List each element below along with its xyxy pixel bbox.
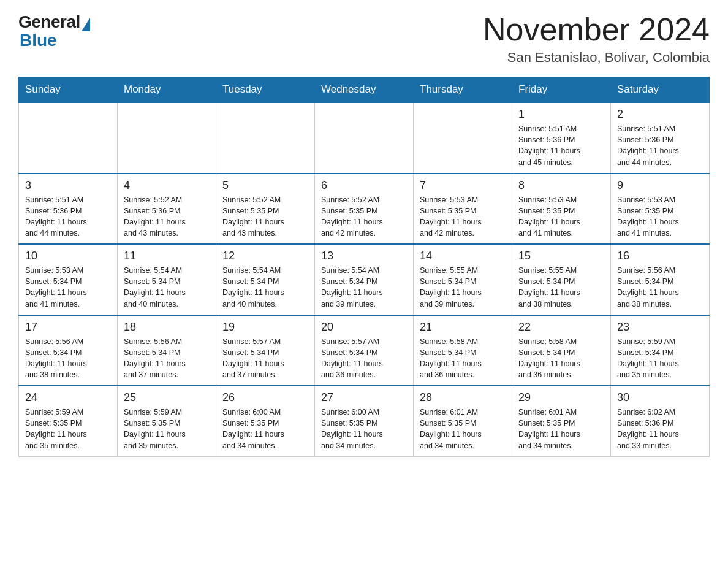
- logo-general-text: General: [18, 12, 80, 32]
- weekday-header-row: SundayMondayTuesdayWednesdayThursdayFrid…: [19, 77, 710, 103]
- weekday-header-wednesday: Wednesday: [315, 77, 414, 103]
- week-row-1: 1Sunrise: 5:51 AM Sunset: 5:36 PM Daylig…: [19, 102, 710, 174]
- calendar-cell: [19, 102, 118, 174]
- logo: General Blue: [18, 12, 90, 50]
- day-info: Sunrise: 5:54 AM Sunset: 5:34 PM Dayligh…: [124, 265, 210, 310]
- day-number: 27: [321, 391, 407, 404]
- day-info: Sunrise: 6:01 AM Sunset: 5:35 PM Dayligh…: [420, 407, 506, 451]
- calendar-cell: 7Sunrise: 5:53 AM Sunset: 5:35 PM Daylig…: [414, 174, 512, 245]
- weekday-header-saturday: Saturday: [611, 77, 710, 103]
- weekday-header-friday: Friday: [512, 77, 611, 103]
- calendar-cell: 3Sunrise: 5:51 AM Sunset: 5:36 PM Daylig…: [19, 174, 118, 245]
- day-number: 23: [617, 321, 703, 334]
- calendar-cell: 2Sunrise: 5:51 AM Sunset: 5:36 PM Daylig…: [611, 102, 710, 174]
- day-number: 3: [25, 179, 111, 192]
- day-number: 24: [25, 391, 111, 404]
- day-info: Sunrise: 5:58 AM Sunset: 5:34 PM Dayligh…: [518, 336, 604, 381]
- day-number: 29: [518, 391, 604, 404]
- day-number: 11: [124, 250, 210, 262]
- day-info: Sunrise: 5:57 AM Sunset: 5:34 PM Dayligh…: [321, 336, 407, 381]
- calendar-cell: 15Sunrise: 5:55 AM Sunset: 5:34 PM Dayli…: [512, 244, 611, 315]
- calendar-cell: 10Sunrise: 5:53 AM Sunset: 5:34 PM Dayli…: [19, 244, 118, 315]
- day-number: 19: [222, 321, 308, 334]
- day-number: 2: [617, 108, 703, 121]
- calendar-cell: 12Sunrise: 5:54 AM Sunset: 5:34 PM Dayli…: [216, 244, 315, 315]
- day-number: 22: [518, 321, 604, 334]
- day-number: 1: [518, 108, 604, 121]
- week-row-2: 3Sunrise: 5:51 AM Sunset: 5:36 PM Daylig…: [19, 174, 710, 245]
- calendar-cell: [118, 102, 216, 174]
- day-number: 18: [124, 321, 210, 334]
- calendar-cell: 17Sunrise: 5:56 AM Sunset: 5:34 PM Dayli…: [19, 315, 118, 386]
- calendar-cell: 20Sunrise: 5:57 AM Sunset: 5:34 PM Dayli…: [315, 315, 414, 386]
- calendar-cell: 30Sunrise: 6:02 AM Sunset: 5:36 PM Dayli…: [611, 386, 710, 456]
- day-number: 25: [124, 391, 210, 404]
- weekday-header-thursday: Thursday: [414, 77, 512, 103]
- day-number: 16: [617, 250, 703, 262]
- day-number: 4: [124, 179, 210, 192]
- day-info: Sunrise: 5:53 AM Sunset: 5:35 PM Dayligh…: [420, 194, 506, 239]
- month-title: November 2024: [483, 12, 710, 47]
- calendar-cell: 28Sunrise: 6:01 AM Sunset: 5:35 PM Dayli…: [414, 386, 512, 456]
- calendar-cell: 6Sunrise: 5:52 AM Sunset: 5:35 PM Daylig…: [315, 174, 414, 245]
- calendar-cell: 27Sunrise: 6:00 AM Sunset: 5:35 PM Dayli…: [315, 386, 414, 456]
- day-info: Sunrise: 5:51 AM Sunset: 5:36 PM Dayligh…: [25, 194, 111, 239]
- day-info: Sunrise: 5:53 AM Sunset: 5:35 PM Dayligh…: [518, 194, 604, 239]
- calendar-cell: 8Sunrise: 5:53 AM Sunset: 5:35 PM Daylig…: [512, 174, 611, 245]
- calendar-cell: [414, 102, 512, 174]
- day-info: Sunrise: 6:01 AM Sunset: 5:35 PM Dayligh…: [518, 407, 604, 451]
- day-info: Sunrise: 5:59 AM Sunset: 5:35 PM Dayligh…: [25, 407, 111, 451]
- day-info: Sunrise: 5:52 AM Sunset: 5:36 PM Dayligh…: [124, 194, 210, 239]
- calendar-cell: 4Sunrise: 5:52 AM Sunset: 5:36 PM Daylig…: [118, 174, 216, 245]
- day-info: Sunrise: 5:54 AM Sunset: 5:34 PM Dayligh…: [321, 265, 407, 310]
- weekday-header-tuesday: Tuesday: [216, 77, 315, 103]
- day-number: 10: [25, 250, 111, 262]
- day-info: Sunrise: 5:58 AM Sunset: 5:34 PM Dayligh…: [420, 336, 506, 381]
- day-info: Sunrise: 6:00 AM Sunset: 5:35 PM Dayligh…: [321, 407, 407, 451]
- calendar-cell: 19Sunrise: 5:57 AM Sunset: 5:34 PM Dayli…: [216, 315, 315, 386]
- day-info: Sunrise: 5:55 AM Sunset: 5:34 PM Dayligh…: [420, 265, 506, 310]
- day-info: Sunrise: 6:00 AM Sunset: 5:35 PM Dayligh…: [222, 407, 308, 451]
- calendar-cell: 25Sunrise: 5:59 AM Sunset: 5:35 PM Dayli…: [118, 386, 216, 456]
- header: General Blue November 2024 San Estanisla…: [18, 12, 710, 66]
- day-info: Sunrise: 5:51 AM Sunset: 5:36 PM Dayligh…: [617, 123, 703, 168]
- day-info: Sunrise: 5:53 AM Sunset: 5:34 PM Dayligh…: [25, 265, 111, 310]
- calendar-table: SundayMondayTuesdayWednesdayThursdayFrid…: [18, 77, 710, 457]
- calendar-cell: 21Sunrise: 5:58 AM Sunset: 5:34 PM Dayli…: [414, 315, 512, 386]
- day-info: Sunrise: 5:56 AM Sunset: 5:34 PM Dayligh…: [617, 265, 703, 310]
- calendar-cell: 9Sunrise: 5:53 AM Sunset: 5:35 PM Daylig…: [611, 174, 710, 245]
- calendar-cell: 13Sunrise: 5:54 AM Sunset: 5:34 PM Dayli…: [315, 244, 414, 315]
- day-info: Sunrise: 6:02 AM Sunset: 5:36 PM Dayligh…: [617, 407, 703, 451]
- day-number: 8: [518, 179, 604, 192]
- calendar-cell: 5Sunrise: 5:52 AM Sunset: 5:35 PM Daylig…: [216, 174, 315, 245]
- day-info: Sunrise: 5:57 AM Sunset: 5:34 PM Dayligh…: [222, 336, 308, 381]
- day-info: Sunrise: 5:52 AM Sunset: 5:35 PM Dayligh…: [321, 194, 407, 239]
- week-row-3: 10Sunrise: 5:53 AM Sunset: 5:34 PM Dayli…: [19, 244, 710, 315]
- calendar-cell: 11Sunrise: 5:54 AM Sunset: 5:34 PM Dayli…: [118, 244, 216, 315]
- calendar-cell: 23Sunrise: 5:59 AM Sunset: 5:34 PM Dayli…: [611, 315, 710, 386]
- day-number: 21: [420, 321, 506, 334]
- day-info: Sunrise: 5:51 AM Sunset: 5:36 PM Dayligh…: [518, 123, 604, 168]
- day-info: Sunrise: 5:53 AM Sunset: 5:35 PM Dayligh…: [617, 194, 703, 239]
- day-number: 30: [617, 391, 703, 404]
- calendar-cell: 18Sunrise: 5:56 AM Sunset: 5:34 PM Dayli…: [118, 315, 216, 386]
- day-number: 12: [222, 250, 308, 262]
- calendar-cell: 22Sunrise: 5:58 AM Sunset: 5:34 PM Dayli…: [512, 315, 611, 386]
- day-info: Sunrise: 5:59 AM Sunset: 5:34 PM Dayligh…: [617, 336, 703, 381]
- day-number: 20: [321, 321, 407, 334]
- day-info: Sunrise: 5:56 AM Sunset: 5:34 PM Dayligh…: [25, 336, 111, 381]
- day-number: 6: [321, 179, 407, 192]
- logo-arrow-icon: [82, 18, 90, 31]
- day-number: 28: [420, 391, 506, 404]
- calendar-cell: 24Sunrise: 5:59 AM Sunset: 5:35 PM Dayli…: [19, 386, 118, 456]
- calendar-cell: 16Sunrise: 5:56 AM Sunset: 5:34 PM Dayli…: [611, 244, 710, 315]
- day-info: Sunrise: 5:56 AM Sunset: 5:34 PM Dayligh…: [124, 336, 210, 381]
- weekday-header-sunday: Sunday: [19, 77, 118, 103]
- day-number: 13: [321, 250, 407, 262]
- day-number: 26: [222, 391, 308, 404]
- day-number: 7: [420, 179, 506, 192]
- day-info: Sunrise: 5:55 AM Sunset: 5:34 PM Dayligh…: [518, 265, 604, 310]
- week-row-5: 24Sunrise: 5:59 AM Sunset: 5:35 PM Dayli…: [19, 386, 710, 456]
- week-row-4: 17Sunrise: 5:56 AM Sunset: 5:34 PM Dayli…: [19, 315, 710, 386]
- calendar-cell: [315, 102, 414, 174]
